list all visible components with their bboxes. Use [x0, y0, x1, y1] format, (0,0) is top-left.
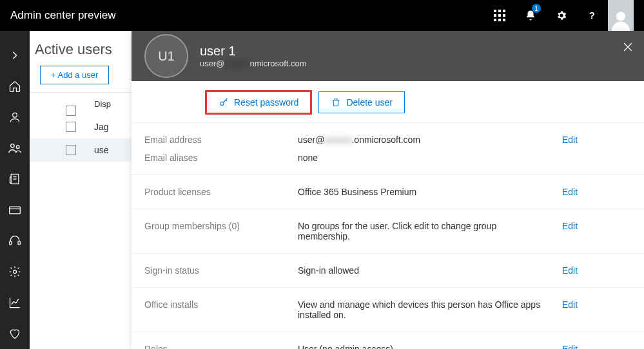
prop-label-email: Email address [144, 131, 298, 149]
svg-rect-1 [498, 10, 501, 12]
svg-point-13 [16, 146, 19, 149]
app-title: Admin center preview [10, 9, 115, 22]
svg-point-10 [616, 12, 625, 21]
groups-icon[interactable] [0, 133, 30, 164]
topbar-right: 1 ? [484, 0, 634, 31]
select-all-checkbox[interactable] [66, 106, 76, 116]
row-checkbox[interactable] [66, 122, 76, 132]
billing-icon[interactable] [0, 194, 30, 225]
svg-point-19 [220, 102, 224, 105]
svg-rect-16 [10, 241, 12, 245]
left-nav [0, 31, 30, 349]
user-name-cell: Jag [94, 122, 109, 132]
user-detail-panel: U1 user 1 user@xxxxxxnmicrosoft.com Rese… [132, 31, 644, 349]
delete-user-button[interactable]: Delete user [318, 91, 405, 113]
panel-body: Email address user@xxxxxx.onmicrosoft.co… [132, 122, 644, 349]
user-icon[interactable] [0, 102, 30, 133]
edit-licenses-link[interactable]: Edit [562, 183, 578, 201]
reports-icon[interactable] [0, 287, 30, 318]
svg-rect-3 [494, 14, 496, 17]
panel-user-name: user 1 [200, 44, 307, 59]
prop-value-installs: View and manage which devices this perso… [298, 296, 562, 324]
avatar[interactable] [608, 0, 634, 31]
user-avatar: U1 [144, 34, 188, 78]
health-icon[interactable] [0, 318, 30, 349]
prop-value-email: user@xxxxxx.onmicrosoft.com [298, 131, 562, 149]
svg-rect-4 [498, 14, 501, 17]
svg-point-18 [14, 270, 17, 274]
svg-rect-17 [18, 241, 20, 245]
resources-icon[interactable] [0, 164, 30, 194]
gear-icon[interactable] [546, 0, 577, 31]
edit-signin-link[interactable]: Edit [562, 261, 578, 279]
top-bar: Admin center preview 1 ? [0, 0, 644, 31]
prop-label-roles: Roles [144, 340, 298, 349]
row-checkbox[interactable] [66, 145, 76, 155]
add-user-button[interactable]: + Add a user [40, 66, 109, 84]
reset-password-button[interactable]: Reset password [206, 91, 311, 113]
edit-roles-link[interactable]: Edit [562, 340, 578, 349]
prop-label-licenses: Product licenses [144, 183, 298, 201]
svg-rect-6 [494, 19, 496, 21]
svg-rect-2 [503, 10, 505, 12]
prop-value-groups: No groups for the user. Click edit to ch… [298, 217, 562, 245]
main-content: Active users + Add a user Disp Jag use U… [30, 31, 644, 349]
panel-user-email: user@xxxxxxnmicrosoft.com [200, 59, 307, 68]
trash-icon [331, 97, 341, 108]
key-icon [219, 97, 229, 108]
prop-label-groups: Group memberships (0) [144, 217, 298, 235]
waffle-icon[interactable] [484, 0, 515, 31]
notifications-icon[interactable]: 1 [515, 0, 546, 31]
prop-label-installs: Office installs [144, 296, 298, 314]
home-icon[interactable] [0, 71, 30, 102]
edit-groups-link[interactable]: Edit [562, 217, 578, 235]
edit-email-link[interactable]: Edit [562, 131, 578, 149]
panel-header: U1 user 1 user@xxxxxxnmicrosoft.com [132, 31, 644, 81]
prop-value-signin: Sign-in allowed [298, 261, 562, 279]
support-icon[interactable] [0, 225, 30, 256]
notification-badge: 1 [532, 4, 541, 13]
svg-point-12 [11, 144, 14, 148]
expand-nav-icon[interactable] [0, 40, 30, 71]
svg-rect-7 [498, 19, 501, 21]
user-name-cell: use [94, 145, 109, 155]
svg-rect-5 [503, 14, 505, 17]
svg-text:?: ? [589, 10, 595, 21]
prop-label-aliases: Email aliases [144, 149, 298, 167]
svg-point-11 [13, 113, 17, 117]
svg-rect-8 [503, 19, 505, 21]
panel-actions: Reset password Delete user [132, 81, 644, 122]
edit-installs-link[interactable]: Edit [562, 296, 578, 314]
svg-rect-15 [10, 207, 21, 214]
prop-value-roles: User (no admin access) [298, 340, 562, 349]
svg-rect-0 [494, 10, 496, 12]
prop-label-signin: Sign-in status [144, 261, 298, 279]
prop-value-licenses: Office 365 Business Premium [298, 183, 562, 201]
settings-cog-icon[interactable] [0, 256, 30, 287]
close-icon[interactable] [622, 41, 634, 55]
help-icon[interactable]: ? [577, 0, 608, 31]
prop-value-aliases: none [298, 149, 562, 167]
